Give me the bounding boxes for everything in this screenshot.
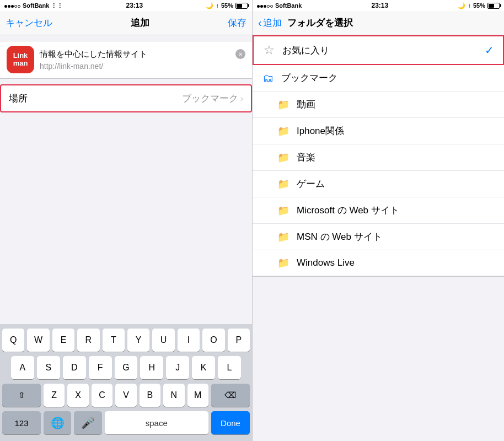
nav-bar-right: ‹ 追加 フォルダを選択 (253, 11, 504, 35)
status-bar-right: SoftBank 23:13 🌙 ↑ 55% (253, 0, 504, 11)
battery-percent: 55% (221, 2, 233, 9)
key-q[interactable]: Q (2, 329, 24, 352)
folder-item-bookmarks[interactable]: 🗂 ブックマーク (253, 65, 504, 92)
checkmark-icon: ✓ (485, 44, 494, 57)
title-row: 情報を中心にした情報サイト (40, 49, 245, 60)
bookmark-entry-area: Link man 情報を中心にした情報サイト http://link-man.n… (0, 41, 252, 79)
folder-name-msn-web: MSN の Web サイト (297, 230, 495, 243)
key-o[interactable]: O (202, 329, 224, 352)
status-left-r: SoftBank (257, 2, 302, 9)
folder-item-ms-web[interactable]: 📁 Microsoft の Web サイト (253, 197, 504, 224)
location-row[interactable]: 場所 ブックマーク › (0, 84, 252, 112)
key-k[interactable]: K (192, 356, 215, 379)
nav-title-left: 追加 (131, 17, 149, 29)
folder-item-windows-live[interactable]: 📁 Windows Live (253, 250, 504, 276)
key-g[interactable]: G (115, 356, 138, 379)
folder-name-video: 動画 (297, 98, 495, 111)
clock: 23:13 (126, 2, 143, 9)
key-j[interactable]: J (166, 356, 189, 379)
moon-icon-r: 🌙 (458, 2, 465, 9)
battery-percent-r: 55% (473, 2, 485, 9)
folder-icon-music: 📁 (277, 152, 290, 164)
key-l[interactable]: L (218, 356, 241, 379)
folder-icon-bookmarks: 🗂 (261, 72, 275, 84)
key-y[interactable]: Y (127, 329, 149, 352)
save-button[interactable]: 保存 (228, 17, 246, 29)
done-key[interactable]: Done (211, 411, 250, 434)
location-value: ブックマーク › (182, 92, 243, 105)
location-label: 場所 (9, 92, 28, 105)
folder-icon-video: 📁 (277, 99, 290, 111)
key-w[interactable]: W (27, 329, 49, 352)
folder-name-game: ゲーム (297, 178, 495, 190)
numbers-key[interactable]: 123 (2, 411, 41, 434)
key-e[interactable]: E (52, 329, 74, 352)
battery-icon (235, 3, 248, 9)
carrier-name-r: SoftBank (275, 2, 302, 9)
delete-key[interactable]: ⌫ (211, 384, 250, 407)
key-s[interactable]: S (37, 356, 60, 379)
keyboard: Q W E R T Y U I O P A S D F G H J K L ⇧ … (0, 324, 252, 441)
signal-arrow-r: ↑ (468, 2, 471, 9)
key-v[interactable]: V (115, 384, 136, 407)
cancel-button[interactable]: キャンセル (6, 17, 52, 29)
key-i[interactable]: I (178, 329, 200, 352)
key-d[interactable]: D (63, 356, 86, 379)
key-row-1: Q W E R T Y U I O P (2, 329, 250, 352)
key-u[interactable]: U (152, 329, 174, 352)
clock-r: 23:13 (372, 2, 389, 9)
folder-icon-ms-web: 📁 (277, 205, 290, 217)
status-bar-left: SoftBank ⋮⋮ 23:13 🌙 ↑ 55% (0, 0, 252, 11)
right-panel: SoftBank 23:13 🌙 ↑ 55% ‹ 追加 フォルダを選択 ☆ お気… (252, 0, 504, 441)
nav-bar-left: キャンセル 追加 保存 (0, 11, 252, 35)
back-button[interactable]: ‹ 追加 (258, 17, 282, 29)
moon-icon: 🌙 (206, 2, 213, 9)
folder-name-ms-web: Microsoft の Web サイト (297, 204, 495, 217)
key-r[interactable]: R (77, 329, 99, 352)
folder-item-msn-web[interactable]: 📁 MSN の Web サイト (253, 224, 504, 250)
bookmark-url: http://link-man.net/ (40, 62, 245, 71)
key-row-4: 123 🌐 🎤 space Done (2, 411, 250, 434)
clear-button[interactable] (235, 49, 245, 59)
key-h[interactable]: H (140, 356, 163, 379)
folder-name-iphone: Iphone関係 (297, 125, 495, 137)
folder-item-iphone[interactable]: 📁 Iphone関係 (253, 118, 504, 144)
folder-name-bookmarks: ブックマーク (281, 72, 495, 84)
star-icon: ☆ (262, 43, 276, 57)
space-key[interactable]: space (105, 411, 208, 434)
nav-title-right: フォルダを選択 (287, 17, 353, 29)
signal-arrow: ↑ (216, 2, 219, 9)
key-p[interactable]: P (228, 329, 250, 352)
mic-key[interactable]: 🎤 (74, 411, 101, 434)
signal-dots (4, 2, 21, 9)
key-n[interactable]: N (163, 384, 184, 407)
globe-key[interactable]: 🌐 (44, 411, 71, 434)
folder-item-game[interactable]: 📁 ゲーム (253, 171, 504, 197)
key-z[interactable]: Z (44, 384, 65, 407)
signal-dots-r (257, 2, 274, 9)
wifi-icon: ⋮⋮ (51, 2, 63, 9)
key-row-2: A S D F G H J K L (2, 356, 250, 379)
key-m[interactable]: M (187, 384, 208, 407)
spacer (0, 118, 252, 324)
key-f[interactable]: F (89, 356, 112, 379)
folder-icon-game: 📁 (277, 178, 290, 190)
key-t[interactable]: T (103, 329, 125, 352)
app-name-line1: Link (13, 52, 28, 60)
folder-name-favorites: お気に入り (282, 44, 478, 57)
key-a[interactable]: A (11, 356, 34, 379)
key-row-3: ⇧ Z X C V B N M ⌫ (2, 384, 250, 407)
folder-name-music: 音楽 (297, 151, 495, 164)
folder-list: ☆ お気に入り ✓ 🗂 ブックマーク 📁 動画 📁 Iphone関係 📁 音楽 … (253, 35, 504, 277)
folder-name-windows-live: Windows Live (297, 257, 495, 268)
folder-item-music[interactable]: 📁 音楽 (253, 144, 504, 171)
folder-icon-iphone: 📁 (277, 125, 290, 137)
folder-item-video[interactable]: 📁 動画 (253, 92, 504, 118)
key-x[interactable]: X (67, 384, 88, 407)
shift-key[interactable]: ⇧ (2, 384, 41, 407)
folder-item-favorites[interactable]: ☆ お気に入り ✓ (253, 35, 504, 65)
key-c[interactable]: C (92, 384, 112, 407)
left-panel: SoftBank ⋮⋮ 23:13 🌙 ↑ 55% キャンセル 追加 保存 Li… (0, 0, 252, 441)
location-current: ブックマーク (182, 92, 238, 105)
key-b[interactable]: B (140, 384, 160, 407)
